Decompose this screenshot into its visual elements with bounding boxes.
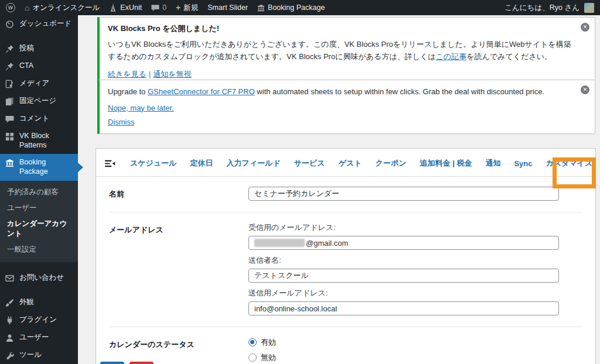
name-label: 名前	[109, 187, 248, 201]
sidebar-separator	[0, 287, 78, 294]
send-email-input[interactable]: info@online-school.local	[248, 301, 559, 315]
receive-email-label: 受信用のメールアドレス:	[248, 222, 582, 233]
article-link[interactable]: この記事	[436, 52, 467, 61]
close-icon[interactable]: ✕	[581, 23, 589, 32]
sidebar-item-label: ツール	[19, 351, 42, 360]
sidebar-item-label: プラグイン	[19, 315, 57, 325]
sidebar-item-posts[interactable]: 投稿	[0, 40, 78, 57]
plus-icon: +	[176, 4, 180, 12]
pin-icon	[5, 62, 14, 71]
greeting-account-menu[interactable]: こんにちは、Ryo さん	[504, 3, 579, 13]
user-icon	[5, 334, 14, 342]
form-row-email: メールアドレス 受信用のメールアドレス: @gmail.com 送信者名: テス…	[109, 212, 582, 327]
booking-package-submenu: 予約済みの顧客 ユーザー カレンダーアカウント 一般設定	[0, 181, 78, 262]
read-more-link[interactable]: 続きを見る	[108, 70, 146, 78]
sidebar-item-media[interactable]: メディア	[0, 75, 78, 92]
sidebar-item-label: CTA	[19, 61, 33, 71]
tab-customize[interactable]: カスタマイズ	[546, 158, 592, 169]
sidebar-item-appearance[interactable]: 外観	[0, 294, 78, 311]
sidebar-separator	[0, 262, 78, 269]
wordpress-admin-page: W ⌂ オンラインスクール ExUnit 0 + 新規	[0, 0, 600, 364]
tab-guests[interactable]: ゲスト	[339, 158, 362, 169]
redacted-text	[254, 239, 305, 247]
status-option-disabled[interactable]: 無効	[248, 352, 582, 363]
notice-body: Upgrade to GSheetConnector for CF7 PRO w…	[108, 86, 571, 98]
receive-email-input[interactable]: @gmail.com	[248, 236, 559, 250]
sidebar-item-cta[interactable]: CTA	[0, 57, 78, 75]
plugin-icon	[5, 316, 14, 325]
tab-sync[interactable]: Sync	[514, 159, 532, 168]
sidebar-item-label: メディア	[19, 79, 49, 88]
notice-body-text: を読んでみてください。	[466, 52, 552, 61]
smart-slider-menu[interactable]: Smart Slider	[207, 4, 248, 12]
sidebar-item-vk-block-patterns[interactable]: VK Block Patterns	[0, 128, 78, 154]
save-button[interactable]	[100, 362, 124, 364]
exunit-menu[interactable]: ExUnit	[109, 4, 142, 12]
sidebar-item-tools[interactable]: ツール	[0, 346, 78, 364]
tower-icon	[109, 4, 117, 12]
sidebar-item-label: Booking Package	[19, 158, 73, 176]
comment-bubble-icon	[5, 115, 14, 123]
tab-coupons[interactable]: クーポン	[376, 158, 407, 169]
email-suffix: @gmail.com	[306, 239, 348, 248]
tab-extra-fees-tax[interactable]: 追加料金 | 税金	[420, 158, 472, 169]
delete-button[interactable]	[129, 362, 154, 364]
dismiss-link[interactable]: Dismiss	[108, 118, 135, 126]
notice-body-text: Upgrade to	[108, 87, 148, 96]
sidebar-separator	[0, 33, 78, 40]
sidebar-item-label: ユーザー	[19, 333, 49, 342]
sidebar-item-comments[interactable]: コメント	[0, 110, 78, 128]
new-content-menu[interactable]: + 新規	[176, 3, 198, 13]
avatar[interactable]	[584, 3, 594, 13]
tab-bar: スケジュール 定休日 入力フィールド サービス ゲスト クーポン 追加料金 | …	[96, 149, 595, 177]
wrench-icon	[5, 351, 14, 360]
sidebar-item-label: VK Block Patterns	[19, 132, 73, 150]
sender-name-input[interactable]: テストスクール	[248, 269, 559, 283]
sidebar-item-booking-package[interactable]: Booking Package	[0, 154, 78, 180]
ignore-notice-link[interactable]: 通知を無視	[153, 70, 191, 78]
pages-icon	[5, 97, 14, 106]
sidebar-item-label: お問い合わせ	[19, 273, 64, 283]
name-input[interactable]: セミナー予約カレンダー	[248, 187, 559, 201]
nope-later-link[interactable]: Nope, may be later.	[108, 104, 174, 112]
sidebar-item-label: ダッシュボード	[19, 19, 71, 29]
comment-count: 0	[162, 4, 166, 12]
sidebar-item-label: 外観	[19, 298, 34, 307]
site-name-link[interactable]: ⌂ オンラインスクール	[25, 3, 100, 13]
radio-label: 無効	[261, 352, 276, 363]
email-label: メールアドレス	[109, 222, 248, 315]
close-icon[interactable]: ✕	[581, 85, 589, 94]
collapse-list-icon[interactable]	[104, 160, 115, 167]
settings-form: 名前 セミナー予約カレンダー メールアドレス 受信用のメールアドレス: @gma…	[96, 177, 595, 364]
tab-holidays[interactable]: 定休日	[190, 158, 213, 169]
notice-body: いつもVK Blocksをご利用いただきありがとうございます。この度、VK Bl…	[108, 39, 571, 63]
radio-unchecked-icon[interactable]	[248, 353, 257, 362]
sidebar-item-dashboard[interactable]: ダッシュボード	[0, 15, 78, 33]
link-separator: |	[149, 70, 151, 78]
radio-checked-icon[interactable]	[248, 338, 257, 346]
status-option-enabled[interactable]: 有効	[248, 337, 582, 348]
sidebar-item-pages[interactable]: 固定ページ	[0, 92, 78, 110]
building-icon	[257, 4, 265, 12]
sidebar-item-users[interactable]: ユーザー	[0, 329, 78, 346]
tab-schedule[interactable]: スケジュール	[130, 158, 177, 169]
gsheetconnector-link[interactable]: GSheetConnector for CF7 PRO	[148, 87, 255, 96]
submenu-item-calendar-accounts[interactable]: カレンダーアカウント	[0, 216, 78, 242]
tab-input-fields[interactable]: 入力フィールド	[227, 158, 281, 169]
tab-services[interactable]: サービス	[294, 158, 325, 169]
comments-menu[interactable]: 0	[151, 4, 166, 12]
submenu-item-general-settings[interactable]: 一般設定	[0, 242, 78, 257]
submenu-item-users[interactable]: ユーザー	[0, 200, 78, 216]
sidebar-item-contact[interactable]: お問い合わせ	[0, 269, 78, 287]
home-icon: ⌂	[25, 4, 29, 12]
booking-package-bar-label: Booking Package	[268, 4, 325, 12]
booking-package-menu[interactable]: Booking Package	[257, 4, 325, 12]
tab-notifications[interactable]: 通知	[485, 158, 500, 169]
submenu-item-reserved-customers[interactable]: 予約済みの顧客	[0, 184, 78, 200]
brush-icon	[5, 298, 14, 307]
smart-slider-label: Smart Slider	[207, 4, 248, 12]
wp-logo-menu[interactable]: W	[6, 3, 15, 12]
sidebar-item-plugins[interactable]: プラグイン	[0, 311, 78, 329]
site-name-label: オンラインスクール	[32, 3, 100, 13]
mail-icon	[5, 274, 14, 283]
